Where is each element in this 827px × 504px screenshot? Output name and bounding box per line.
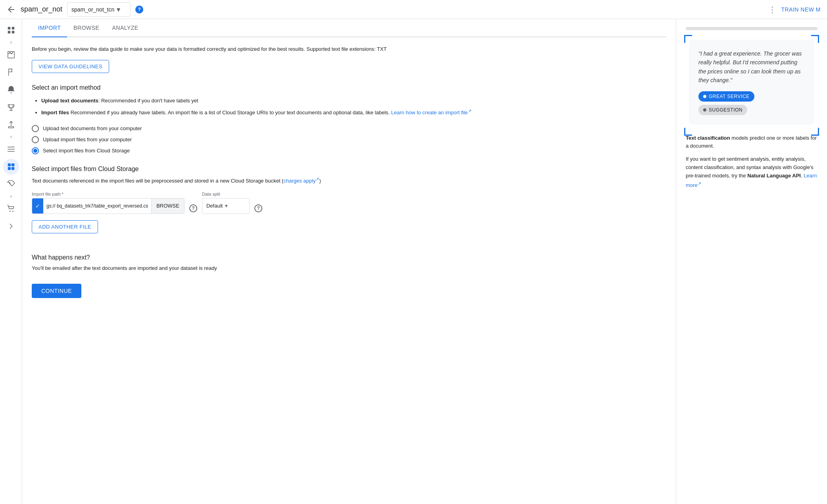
info-text-nl-api: If you want to get sentiment analysis, e… (686, 155, 817, 190)
radio-upload-import[interactable]: Upload import files from your computer (32, 136, 666, 143)
data-split-select[interactable]: Default ▾ (202, 198, 250, 214)
info-text-bold-2: Natural Language API (747, 173, 801, 179)
tab-analyze[interactable]: ANALYZE (106, 19, 144, 37)
radio-upload-text[interactable]: Upload text documents from your computer (32, 125, 666, 132)
top-bar-placeholder (686, 27, 817, 30)
learn-more-ext-icon: ↗ (698, 181, 701, 186)
svg-rect-0 (8, 52, 14, 58)
tab-browse[interactable]: BROWSE (67, 19, 106, 37)
bullet-2-bold: Import files (41, 110, 69, 115)
svg-rect-3 (8, 167, 10, 170)
radio-label-3: Select import files from Cloud Storage (43, 148, 130, 154)
bullet-item-2: Import files Recommended if you already … (41, 108, 666, 117)
continue-button[interactable]: CONTINUE (32, 284, 81, 298)
main-layout: IMPORT BROWSE ANALYZE Before you begin, … (0, 19, 827, 504)
info-text-classification: Text classification models predict one o… (686, 134, 817, 151)
sidebar-item-notification[interactable] (3, 82, 19, 98)
tags-row: GREAT SERVICE SUGGESTION (698, 91, 805, 115)
svg-rect-1 (8, 164, 10, 166)
external-link-icon: ↗ (468, 108, 471, 113)
bracket-top-right (811, 35, 819, 43)
data-split-value: Default (206, 203, 223, 209)
radio-group: Upload text documents from your computer… (32, 125, 666, 154)
back-button[interactable] (6, 5, 16, 14)
browse-button[interactable]: BROWSE (151, 198, 184, 214)
sidebar-item-trophy[interactable] (3, 99, 19, 115)
tag-dot-2 (703, 108, 706, 112)
chevron-down-icon: ▾ (117, 5, 120, 14)
sidebar-item-list[interactable] (3, 141, 19, 157)
tab-import[interactable]: IMPORT (32, 19, 67, 37)
help-icon[interactable]: ? (135, 6, 143, 13)
right-panel: "I had a great experience. The grocer wa… (676, 19, 827, 504)
data-split-label: Data split (202, 192, 250, 196)
bullet-1-text: : Recommended if you don't have labels y… (98, 98, 198, 104)
tabs-bar: IMPORT BROWSE ANALYZE (32, 19, 666, 37)
create-import-file-link[interactable]: Learn how to create an import file↗ (391, 110, 471, 115)
bracket-bottom-right (811, 128, 819, 136)
cloud-storage-section: Select import files from Cloud Storage T… (32, 165, 666, 244)
sidebar-item-tag[interactable] (3, 176, 19, 192)
radio-label-1: Upload text documents from your computer (43, 125, 142, 131)
import-path-text: gs:// bq_datasets_trk7/table_export_reve… (43, 203, 151, 209)
bracket-bottom-left (684, 128, 692, 136)
cloud-desc: Text documents referenced in the import … (32, 176, 666, 185)
sidebar (0, 19, 22, 504)
import-method-list: Upload text documents: Recommended if yo… (32, 97, 666, 117)
data-split-chevron-icon: ▾ (225, 203, 228, 209)
bullet-2-text: Recommended if you already have labels. … (69, 110, 391, 115)
data-split-wrap: Data split Default ▾ (202, 192, 250, 214)
left-panel: IMPORT BROWSE ANALYZE Before you begin, … (22, 19, 676, 504)
sidebar-item-chart[interactable] (3, 47, 19, 63)
import-method-title: Select an import method (32, 84, 666, 91)
content-area: IMPORT BROWSE ANALYZE Before you begin, … (22, 19, 827, 504)
sidebar-item-grid[interactable] (3, 22, 19, 38)
svg-point-7 (12, 211, 13, 212)
radio-circle-2 (32, 136, 39, 143)
next-desc: You'll be emailed after the text documen… (32, 264, 666, 273)
charges-apply-link[interactable]: charges apply↗ (283, 178, 319, 184)
radio-cloud-storage[interactable]: Select import files from Cloud Storage (32, 147, 666, 154)
tag-suggestion[interactable]: SUGGESTION (698, 105, 747, 115)
bullet-1-bold: Upload text documents (41, 98, 98, 104)
sidebar-item-dataset[interactable] (3, 159, 19, 175)
info-text-bold-1: Text classification (686, 135, 730, 141)
radio-circle-3 (32, 147, 39, 154)
description-text: Before you begin, review the data guide … (32, 45, 666, 54)
add-another-file-button[interactable]: ADD ANOTHER FILE (32, 220, 98, 233)
svg-point-5 (9, 183, 10, 184)
data-split-help-icon[interactable]: ? (254, 204, 262, 212)
import-field-wrap: Import file path * ✓ gs:// bq_datasets_t… (32, 192, 185, 214)
bullet-item-1: Upload text documents: Recommended if yo… (41, 97, 666, 105)
tag-great-service[interactable]: GREAT SERVICE (698, 91, 754, 102)
sidebar-divider-2 (10, 136, 12, 138)
topbar: spam_or_not spam_or_not_tcn ▾ ? ⋮ TRAIN … (0, 0, 827, 19)
card-quote: "I had a great experience. The grocer wa… (698, 49, 805, 85)
train-new-button[interactable]: TRAIN NEW M (781, 6, 821, 13)
sidebar-divider-3 (10, 195, 12, 198)
svg-point-6 (9, 211, 10, 212)
tag-dot-1 (703, 95, 706, 98)
info-card: "I had a great experience. The grocer wa… (689, 40, 814, 125)
import-help-icon[interactable]: ? (189, 204, 197, 212)
import-file-row: Import file path * ✓ gs:// bq_datasets_t… (32, 192, 666, 214)
svg-rect-4 (11, 167, 14, 170)
sidebar-item-upload[interactable] (3, 117, 19, 133)
more-options-icon[interactable]: ⋮ (768, 5, 776, 14)
view-guidelines-button[interactable]: VIEW DATA GUIDELINES (32, 60, 109, 73)
model-dropdown[interactable]: spam_or_not_tcn ▾ (67, 2, 131, 17)
sidebar-item-flag[interactable] (3, 64, 19, 80)
check-icon: ✓ (32, 198, 43, 214)
bracket-top-left (684, 35, 692, 43)
tag-great-service-label: GREAT SERVICE (709, 94, 750, 99)
radio-circle-1 (32, 125, 39, 132)
tag-suggestion-label: SUGGESTION (709, 107, 742, 113)
sidebar-item-expand[interactable] (3, 218, 19, 234)
sidebar-item-cart[interactable] (3, 201, 19, 217)
import-field: ✓ gs:// bq_datasets_trk7/table_export_re… (32, 198, 185, 214)
info-card-wrapper: "I had a great experience. The grocer wa… (686, 37, 817, 134)
radio-label-2: Upload import files from your computer (43, 137, 132, 142)
svg-rect-2 (11, 164, 14, 166)
sidebar-divider-1 (10, 41, 12, 44)
import-field-label: Import file path * (32, 192, 185, 196)
